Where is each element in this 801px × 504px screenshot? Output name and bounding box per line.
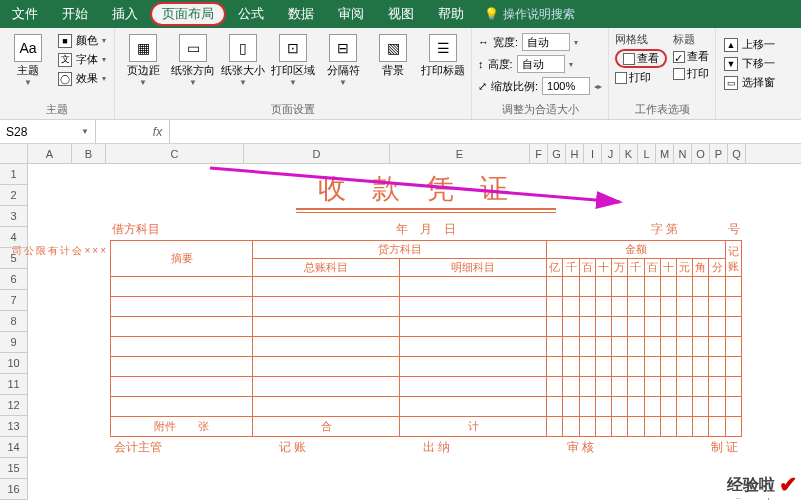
- fonts-icon: 文: [58, 53, 72, 67]
- column-header[interactable]: B: [72, 144, 106, 163]
- row-header[interactable]: 3: [0, 206, 28, 227]
- table-row[interactable]: [111, 277, 742, 297]
- tab-formulas[interactable]: 公式: [226, 0, 276, 28]
- table-row[interactable]: [111, 377, 742, 397]
- print-titles-button[interactable]: ☰打印标题: [421, 32, 465, 100]
- column-header[interactable]: K: [620, 144, 638, 163]
- tell-me-search[interactable]: 💡 操作说明搜索: [476, 0, 583, 28]
- row-header[interactable]: 16: [0, 479, 28, 500]
- row-header[interactable]: 14: [0, 437, 28, 458]
- themes-icon: Aa: [14, 34, 42, 62]
- column-header[interactable]: I: [584, 144, 602, 163]
- unit-fen: 分: [709, 259, 725, 277]
- headings-view-checkbox[interactable]: ✓查看: [673, 49, 709, 64]
- scale-selector[interactable]: ⤢缩放比例:100%◂▸: [478, 76, 602, 96]
- size-icon: ▯: [229, 34, 257, 62]
- print-area-icon: ⊡: [279, 34, 307, 62]
- column-header[interactable]: E: [390, 144, 530, 163]
- col-detail-subject: 明细科目: [400, 259, 547, 277]
- column-header[interactable]: H: [566, 144, 584, 163]
- gridlines-print-checkbox[interactable]: 打印: [615, 70, 667, 85]
- row-header[interactable]: 6: [0, 269, 28, 290]
- colors-icon: ■: [58, 34, 72, 48]
- tab-file[interactable]: 文件: [0, 0, 50, 28]
- serial-hao-label: 号: [728, 221, 740, 238]
- gridlines-view-checkbox[interactable]: 查看: [615, 49, 667, 68]
- background-button[interactable]: ▧背景: [371, 32, 415, 100]
- row-header[interactable]: 11: [0, 374, 28, 395]
- headings-heading: 标题: [673, 32, 709, 47]
- orientation-icon: ▭: [179, 34, 207, 62]
- row-header[interactable]: 12: [0, 395, 28, 416]
- table-row[interactable]: [111, 337, 742, 357]
- select-all-corner[interactable]: [0, 144, 28, 163]
- width-icon: ↔: [478, 36, 489, 48]
- headings-print-checkbox[interactable]: 打印: [673, 66, 709, 81]
- column-header[interactable]: D: [244, 144, 390, 163]
- row-header[interactable]: 9: [0, 332, 28, 353]
- column-headers: ABCDEFGHIJKLMNOPQ: [0, 144, 801, 164]
- orientation-button[interactable]: ▭纸张方向▼: [171, 32, 215, 100]
- formula-input[interactable]: [170, 120, 801, 143]
- table-row[interactable]: [111, 397, 742, 417]
- print-area-button[interactable]: ⊡打印区域▼: [271, 32, 315, 100]
- column-header[interactable]: P: [710, 144, 728, 163]
- row-header[interactable]: 10: [0, 353, 28, 374]
- selection-pane-button[interactable]: ▭选择窗: [722, 74, 777, 91]
- tab-insert[interactable]: 插入: [100, 0, 150, 28]
- tab-home[interactable]: 开始: [50, 0, 100, 28]
- row-header[interactable]: 8: [0, 311, 28, 332]
- column-header[interactable]: A: [28, 144, 72, 163]
- height-selector[interactable]: ↕高度:自动▾: [478, 54, 602, 74]
- column-header[interactable]: J: [602, 144, 620, 163]
- table-row[interactable]: [111, 357, 742, 377]
- tab-page-layout[interactable]: 页面布局: [150, 2, 226, 26]
- column-header[interactable]: G: [548, 144, 566, 163]
- row-header[interactable]: 13: [0, 416, 28, 437]
- fx-icon[interactable]: fx: [146, 120, 170, 143]
- unit-qian2: 千: [628, 259, 644, 277]
- margins-icon: ▦: [129, 34, 157, 62]
- chevron-down-icon: ▼: [24, 78, 32, 87]
- audit-label: 审 核: [567, 439, 594, 456]
- bring-forward-button[interactable]: ▲上移一: [722, 36, 777, 53]
- column-header[interactable]: O: [692, 144, 710, 163]
- row-header[interactable]: 2: [0, 185, 28, 206]
- table-row[interactable]: [111, 317, 742, 337]
- row-header[interactable]: 15: [0, 458, 28, 479]
- column-header[interactable]: C: [106, 144, 244, 163]
- column-header[interactable]: N: [674, 144, 692, 163]
- checkbox-icon: [673, 68, 685, 80]
- theme-colors-button[interactable]: ■颜色▾: [56, 32, 108, 49]
- unit-bai2: 百: [644, 259, 660, 277]
- column-header[interactable]: Q: [728, 144, 746, 163]
- send-backward-button[interactable]: ▼下移一: [722, 55, 777, 72]
- unit-wan: 万: [612, 259, 628, 277]
- accounting-supervisor-label: 会计主管: [114, 439, 162, 456]
- width-selector[interactable]: ↔宽度:自动▾: [478, 32, 602, 52]
- tab-review[interactable]: 审阅: [326, 0, 376, 28]
- tab-view[interactable]: 视图: [376, 0, 426, 28]
- margins-button[interactable]: ▦页边距▼: [121, 32, 165, 100]
- size-button[interactable]: ▯纸张大小▼: [221, 32, 265, 100]
- column-header[interactable]: M: [656, 144, 674, 163]
- group-label-scale: 调整为合适大小: [478, 100, 602, 119]
- ribbon-tabs: 文件 开始 插入 页面布局 公式 数据 审阅 视图 帮助 💡 操作说明搜索: [0, 0, 801, 28]
- receipt-title: 收款凭证: [106, 164, 746, 208]
- tab-help[interactable]: 帮助: [426, 0, 476, 28]
- column-header[interactable]: L: [638, 144, 656, 163]
- theme-fonts-button[interactable]: 文字体▾: [56, 51, 108, 68]
- row-header[interactable]: 7: [0, 290, 28, 311]
- unit-bai: 百: [579, 259, 595, 277]
- group-sheet-options: 网格线 查看 打印 标题 ✓查看 打印 工作表选项: [609, 28, 716, 119]
- theme-effects-button[interactable]: ◯效果▾: [56, 70, 108, 87]
- themes-button[interactable]: Aa 主题 ▼: [6, 32, 50, 100]
- column-header[interactable]: F: [530, 144, 548, 163]
- grid-area[interactable]: ×××会计有限公司 收款凭证 借方科目 年 月 日 字 第 号 摘要 贷方科目: [28, 164, 801, 500]
- breaks-button[interactable]: ⊟分隔符▼: [321, 32, 365, 100]
- name-box[interactable]: S28 ▼: [0, 120, 96, 143]
- row-header[interactable]: 1: [0, 164, 28, 185]
- tab-data[interactable]: 数据: [276, 0, 326, 28]
- effects-icon: ◯: [58, 72, 72, 86]
- table-row[interactable]: [111, 297, 742, 317]
